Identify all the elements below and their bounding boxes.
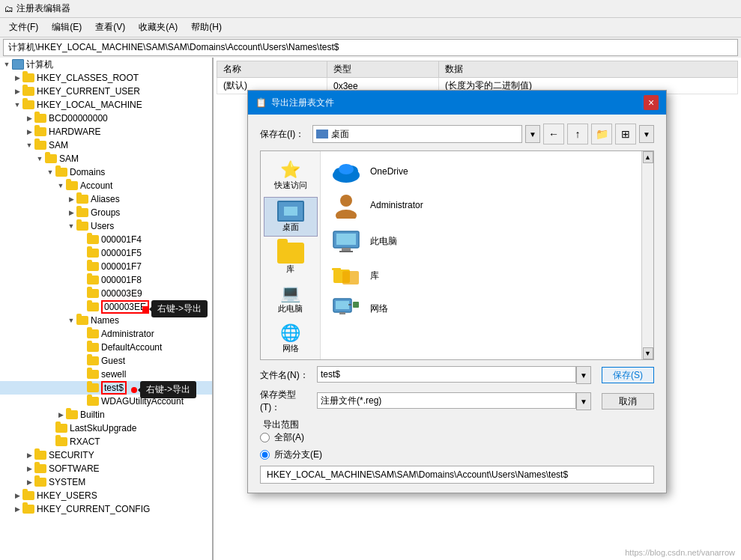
tree-item-system[interactable]: ▶ SYSTEM [0,475,212,489]
filetype-input[interactable] [317,392,576,409]
scroll-up-arrow[interactable]: ▲ [643,151,653,163]
tooltip-arrow-u6 [146,306,152,312]
save-in-dropdown-arrow[interactable]: ▼ [525,125,540,143]
nav-desktop[interactable]: 桌面 [264,197,318,237]
nav-mypc[interactable]: 💻 此电脑 [264,281,318,317]
tree-item-account[interactable]: ▼ Account [0,179,212,192]
tree-item-aliases[interactable]: ▶ Aliases [0,192,212,206]
menu-file[interactable]: 文件(F) [3,19,44,35]
tree-item-u2[interactable]: ▶ 000001F5 [0,246,212,260]
filetype-dropdown[interactable]: ▼ [576,392,591,410]
tree-item-u1[interactable]: ▶ 000001F4 [0,233,212,246]
expand-hardware[interactable]: ▶ [24,127,34,137]
col-name: 名称 [217,61,327,78]
svg-rect-16 [353,302,359,308]
tree-item-n3[interactable]: ▶ Guest [0,354,212,368]
dialog-title-left: 📋 导出注册表文件 [255,97,334,109]
filetype-combo: ▼ [317,392,591,410]
back-button[interactable]: ← [543,124,564,144]
expand-hku[interactable]: ▶ [12,490,22,501]
tree-item-groups[interactable]: ▶ Groups [0,206,212,219]
file-name-mypc: 此电脑 [370,235,397,248]
tree-item-hku[interactable]: ▶ HKEY_USERS [0,489,212,502]
tree-item-u3[interactable]: ▶ 000001F7 [0,260,212,273]
menu-edit[interactable]: 编辑(E) [46,19,88,35]
tree-item-hkcu[interactable]: ▶ HKEY_CURRENT_USER [0,85,212,98]
folder-icon-rxact [55,437,67,446]
expand-aliases[interactable]: ▶ [66,194,76,204]
expand-computer[interactable]: ▼ [1,59,12,70]
filename-dropdown[interactable]: ▼ [576,366,591,384]
menu-favorites[interactable]: 收藏夹(A) [133,19,184,35]
filetype-row: 保存类型(T)： ▼ 取消 [260,389,654,414]
tree-item-builtin[interactable]: ▶ Builtin [0,408,212,421]
save-in-combobox[interactable]: 桌面 [312,125,522,143]
tree-item-sam[interactable]: ▼ SAM [0,139,212,152]
menu-view[interactable]: 查看(V) [89,19,131,35]
expand-names[interactable]: ▼ [66,315,76,326]
nav-label-mypc: 此电脑 [278,303,303,314]
expand-sam2[interactable]: ▼ [34,153,45,164]
tree-item-hklm[interactable]: ▼ HKEY_LOCAL_MACHINE [0,98,212,112]
radio-selected[interactable] [260,450,270,460]
folder-icon-builtin [66,410,78,419]
expand-users[interactable]: ▼ [66,221,76,231]
expand-account[interactable]: ▼ [55,180,66,191]
expand-builtin[interactable]: ▶ [55,410,66,420]
cancel-button[interactable]: 取消 [602,393,654,410]
radio-selected-label: 所选分支(E) [274,448,322,461]
expand-sam[interactable]: ▼ [24,140,34,150]
file-item-library[interactable]: 库 [327,261,635,290]
menu-help[interactable]: 帮助(H) [185,19,228,35]
expand-bcd[interactable]: ▶ [24,113,34,124]
expand-security[interactable]: ▶ [24,450,34,460]
nav-network[interactable]: 🌐 网络 [264,320,318,357]
address-bar: 计算机\HKEY_LOCAL_MACHINE\SAM\SAM\Domains\A… [3,39,738,56]
file-item-administrator[interactable]: Administrator [327,189,635,222]
svg-point-3 [339,164,354,174]
expand-hklm[interactable]: ▼ [12,100,22,110]
tree-item-domains[interactable]: ▼ Domains [0,165,212,179]
up-button[interactable]: ↑ [567,124,588,144]
tree-item-hkcr[interactable]: ▶ HKEY_CLASSES_ROOT [0,71,212,85]
expand-software[interactable]: ▶ [24,463,34,474]
folder-icon-u6 [87,302,99,311]
col-type: 类型 [327,61,438,78]
scroll-down-arrow[interactable]: ▼ [643,347,653,359]
tree-item-computer[interactable]: ▼ 计算机 [0,58,212,71]
folder-icon-n3 [87,356,99,365]
tree-item-hardware[interactable]: ▶ HARDWARE [0,125,212,139]
tree-item-bcd[interactable]: ▶ BCD00000000 [0,112,212,125]
tree-item-users[interactable]: ▼ Users [0,219,212,233]
tree-item-n1[interactable]: ▶ Administrator [0,327,212,341]
expand-groups[interactable]: ▶ [66,207,76,218]
tree-item-n2[interactable]: ▶ DefaultAccount [0,341,212,354]
file-item-onedrive[interactable]: OneDrive [327,157,635,186]
dialog-close-button[interactable]: × [644,95,659,110]
filename-input[interactable] [317,366,576,383]
expand-hkcc[interactable]: ▶ [12,504,22,514]
file-item-network[interactable]: 网络 [327,293,635,323]
expand-domains[interactable]: ▼ [45,167,55,177]
tree-item-sam2[interactable]: ▼ SAM [0,152,212,165]
nav-library[interactable]: 库 [264,240,318,278]
expand-system[interactable]: ▶ [24,477,34,487]
tree-item-u5[interactable]: ▶ 000003E9 [0,287,212,300]
expand-hkcr[interactable]: ▶ [12,73,22,83]
view-button[interactable]: ⊞ [615,124,636,144]
nav-quick-access[interactable]: ⭐ 快速访问 [264,157,318,194]
tree-item-rxact[interactable]: ▶ RXACT [0,435,212,448]
tree-item-n4[interactable]: ▶ sewell [0,368,212,381]
file-item-mypc[interactable]: 此电脑 [327,225,635,258]
label-n4: sewell [101,369,126,380]
tree-item-lastsku[interactable]: ▶ LastSkuUpgrade [0,421,212,435]
view-dropdown[interactable]: ▼ [639,125,654,143]
tree-item-hkcc[interactable]: ▶ HKEY_CURRENT_CONFIG [0,502,212,516]
save-button[interactable]: 保存(S) [602,367,654,383]
new-folder-button[interactable]: 📁 [591,124,612,144]
tree-item-u4[interactable]: ▶ 000001F8 [0,273,212,287]
tree-item-software[interactable]: ▶ SOFTWARE [0,462,212,475]
radio-all[interactable] [260,433,270,442]
expand-hkcu[interactable]: ▶ [12,86,22,97]
tree-item-security[interactable]: ▶ SECURITY [0,448,212,462]
